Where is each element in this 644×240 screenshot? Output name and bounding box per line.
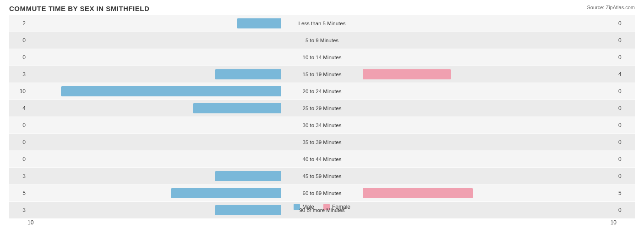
- right-value: 0: [617, 105, 635, 112]
- right-value: 0: [617, 88, 635, 95]
- left-value: 3: [9, 207, 27, 213]
- row-label: 15 to 19 Minutes: [281, 72, 363, 77]
- left-value: 4: [9, 105, 27, 112]
- row-label: 20 to 24 Minutes: [281, 89, 363, 94]
- male-bar-wrap: [27, 154, 281, 164]
- axis-left-label: 10: [27, 219, 33, 226]
- row-label: 5 to 9 Minutes: [281, 38, 363, 43]
- left-value: 0: [9, 54, 27, 61]
- female-bar-wrap: [363, 188, 617, 198]
- bars-section: 20 to 24 Minutes: [27, 83, 617, 100]
- row-label: 60 to 89 Minutes: [281, 190, 363, 196]
- row-label: 40 to 44 Minutes: [281, 156, 363, 162]
- left-value: 2: [9, 20, 27, 27]
- right-value: 0: [617, 173, 635, 179]
- female-bar-wrap: [363, 52, 617, 62]
- right-value: 0: [617, 139, 635, 145]
- left-value: 0: [9, 156, 27, 162]
- female-bar: [363, 69, 451, 79]
- male-bar-wrap: [27, 35, 281, 45]
- chart-title: COMMUTE TIME BY SEX IN SMITHFIELD: [9, 5, 635, 12]
- bars-section: 15 to 19 Minutes: [27, 66, 617, 83]
- axis-right-label: 10: [611, 219, 617, 226]
- right-value: 0: [617, 156, 635, 162]
- left-value: 0: [9, 122, 27, 128]
- bottom-axis: 10 10: [9, 219, 635, 226]
- left-value: 3: [9, 71, 27, 78]
- row-label: 45 to 59 Minutes: [281, 173, 363, 179]
- chart-container: COMMUTE TIME BY SEX IN SMITHFIELD Source…: [0, 0, 644, 240]
- table-row: 5 60 to 89 Minutes 5: [9, 185, 635, 201]
- table-row: 0 5 to 9 Minutes 0: [9, 32, 635, 49]
- right-value: 0: [617, 20, 635, 27]
- male-bar: [237, 18, 281, 28]
- left-value: 0: [9, 37, 27, 44]
- row-label: 35 to 39 Minutes: [281, 140, 363, 145]
- male-bar-wrap: [27, 52, 281, 62]
- male-bar-wrap: [27, 18, 281, 28]
- male-bar-wrap: [27, 137, 281, 147]
- right-value: 0: [617, 54, 635, 61]
- chart-area: 2 Less than 5 Minutes 0 0 5 to 9 Minutes…: [9, 15, 635, 214]
- right-value: 0: [617, 37, 635, 44]
- left-value: 0: [9, 139, 27, 145]
- right-value: 5: [617, 190, 635, 196]
- male-bar-wrap: [27, 103, 281, 113]
- female-bar-wrap: [363, 69, 617, 79]
- table-row: 3 15 to 19 Minutes 4: [9, 66, 635, 83]
- male-bar-wrap: [27, 69, 281, 79]
- left-value: 10: [9, 88, 27, 95]
- male-bar-wrap: [27, 188, 281, 198]
- bars-section: 10 to 14 Minutes: [27, 49, 617, 66]
- female-bar-wrap: [363, 35, 617, 45]
- male-bar: [171, 188, 281, 198]
- female-bar-wrap: [363, 103, 617, 113]
- row-label: 10 to 14 Minutes: [281, 55, 363, 60]
- bars-section: 25 to 29 Minutes: [27, 100, 617, 117]
- bars-section: 30 to 34 Minutes: [27, 117, 617, 134]
- right-value: 4: [617, 71, 635, 78]
- table-row: 0 35 to 39 Minutes 0: [9, 134, 635, 151]
- bars-section: 45 to 59 Minutes: [27, 168, 617, 184]
- female-bar-wrap: [363, 120, 617, 130]
- table-row: 10 20 to 24 Minutes 0: [9, 83, 635, 100]
- male-bar: [193, 103, 281, 113]
- left-value: 3: [9, 173, 27, 179]
- bars-section: 5 to 9 Minutes: [27, 32, 617, 49]
- row-label: Less than 5 Minutes: [281, 21, 363, 26]
- table-row: 0 40 to 44 Minutes 0: [9, 151, 635, 167]
- male-bar: [215, 205, 281, 215]
- male-bar: [215, 171, 281, 181]
- male-bar: [215, 69, 281, 79]
- female-bar: [363, 188, 473, 198]
- male-bar-wrap: [27, 86, 281, 96]
- table-row: 2 Less than 5 Minutes 0: [9, 15, 635, 32]
- female-bar-wrap: [363, 18, 617, 28]
- table-row: 4 25 to 29 Minutes 0: [9, 100, 635, 117]
- female-bar-wrap: [363, 171, 617, 181]
- female-bar-wrap: [363, 154, 617, 164]
- table-row: 0 30 to 34 Minutes 0: [9, 117, 635, 134]
- bars-section: Less than 5 Minutes: [27, 15, 617, 32]
- right-value: 0: [617, 207, 635, 213]
- left-value: 5: [9, 190, 27, 196]
- table-row: 3 45 to 59 Minutes 0: [9, 168, 635, 184]
- male-bar-wrap: [27, 120, 281, 130]
- rows-container: 2 Less than 5 Minutes 0 0 5 to 9 Minutes…: [9, 15, 635, 218]
- row-label: 30 to 34 Minutes: [281, 123, 363, 128]
- male-bar-wrap: [27, 205, 281, 215]
- row-label: 90 or more Minutes: [281, 207, 363, 213]
- bars-section: 35 to 39 Minutes: [27, 134, 617, 151]
- female-bar-wrap: [363, 86, 617, 96]
- bars-section: 60 to 89 Minutes: [27, 185, 617, 201]
- row-label: 25 to 29 Minutes: [281, 106, 363, 111]
- source-label: Source: ZipAtlas.com: [587, 5, 635, 10]
- male-bar-wrap: [27, 171, 281, 181]
- female-bar-wrap: [363, 205, 617, 215]
- right-value: 0: [617, 122, 635, 128]
- male-bar: [61, 86, 281, 96]
- bars-section: 40 to 44 Minutes: [27, 151, 617, 167]
- female-bar-wrap: [363, 137, 617, 147]
- table-row: 0 10 to 14 Minutes 0: [9, 49, 635, 66]
